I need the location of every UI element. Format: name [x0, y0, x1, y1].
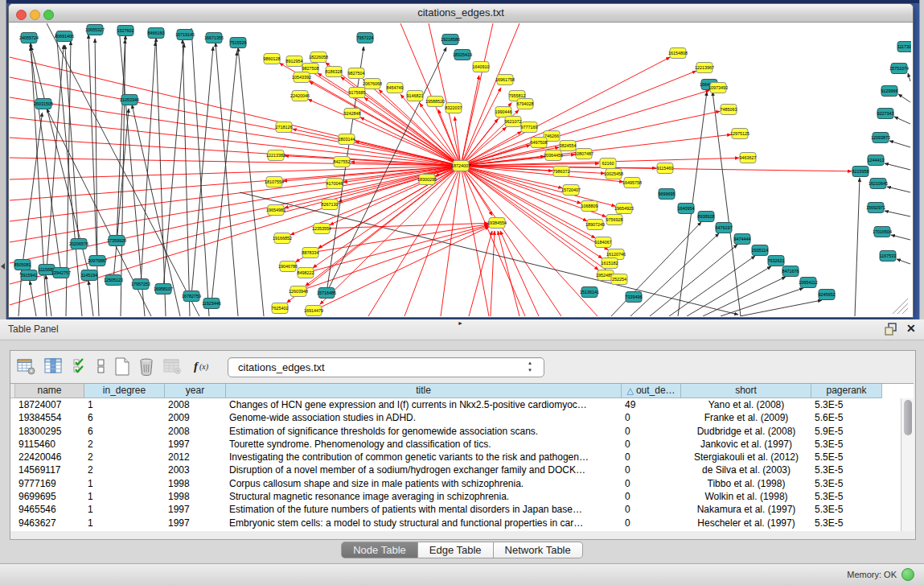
table-cell[interactable]: 0 — [622, 425, 681, 438]
show-columns-icon[interactable] — [44, 357, 64, 378]
tab-node-table[interactable]: Node Table — [341, 542, 418, 558]
network-canvas[interactable]: 2405572420691406106553271527602846616010… — [9, 23, 911, 316]
table-cell[interactable]: Tibbo et al. (1998) — [681, 477, 811, 490]
graph-edge[interactable] — [466, 167, 623, 182]
table-cell[interactable]: 1997 — [165, 503, 226, 516]
graph-edge[interactable] — [462, 76, 479, 161]
graph-edge[interactable] — [30, 47, 60, 268]
graph-edge[interactable] — [463, 88, 501, 162]
table-cell[interactable]: 2 — [84, 451, 165, 463]
graph-edge[interactable] — [491, 231, 495, 316]
table-cell[interactable]: 1 — [84, 517, 165, 529]
graph-edge[interactable] — [461, 166, 525, 316]
table-cell[interactable]: 1997 — [165, 517, 226, 529]
table-cell[interactable]: Yano et al. (2008) — [681, 398, 811, 411]
vertical-scrollbar[interactable] — [901, 398, 914, 531]
delete-table-icon[interactable] — [138, 357, 155, 380]
table-cell[interactable]: 5.3E-5 — [811, 438, 882, 451]
graph-edge[interactable] — [466, 111, 720, 165]
graph-edge[interactable] — [703, 277, 786, 316]
graph-edge[interactable] — [454, 117, 460, 161]
graph-edge[interactable] — [461, 23, 493, 166]
table-cell[interactable]: 0 — [622, 503, 681, 516]
row-height-icon[interactable] — [96, 357, 107, 378]
select-rows-icon[interactable] — [73, 357, 89, 378]
right-panel-edge[interactable] — [919, 0, 924, 319]
table-cell[interactable]: Disruption of a novel member of a sodium… — [226, 463, 622, 476]
column-header-out-de-[interactable]: △out_de… — [622, 384, 681, 398]
graph-edge[interactable] — [650, 245, 737, 316]
table-cell[interactable]: 5.3E-5 — [811, 477, 882, 490]
graph-edge[interactable] — [88, 281, 93, 316]
close-window-button[interactable] — [16, 10, 27, 20]
table-cell[interactable]: Corpus callosum shape and size in male p… — [226, 477, 622, 490]
table-cell[interactable]: 1998 — [165, 477, 226, 490]
table-cell[interactable]: 2009 — [165, 411, 226, 424]
table-row[interactable]: 946554611997Estimation of the future num… — [10, 503, 900, 516]
table-panel-header[interactable]: Table Panel ► ✕ — [0, 319, 924, 340]
table-cell[interactable]: Tourette syndrome. Phenomenology and cla… — [226, 438, 622, 451]
table-cell[interactable]: 2003 — [165, 463, 226, 476]
graph-edge[interactable] — [898, 94, 910, 102]
graph-edge[interactable] — [466, 134, 731, 165]
table-cell[interactable]: Changes of HCN gene expression and I(f) … — [226, 398, 622, 411]
table-cell[interactable]: 5.3E-5 — [811, 517, 882, 529]
graph-edge[interactable] — [630, 233, 719, 316]
table-cell[interactable]: 1 — [84, 503, 165, 516]
graph-edge[interactable] — [303, 226, 489, 290]
scrollbar-thumb[interactable] — [904, 400, 912, 435]
graph-edge[interactable] — [23, 113, 43, 260]
table-cell[interactable]: Estimation of significance thresholds fo… — [226, 425, 622, 438]
table-cell[interactable]: 1998 — [165, 490, 226, 503]
minimize-window-button[interactable] — [30, 10, 40, 20]
left-panel-edge[interactable] — [0, 0, 6, 319]
table-cell[interactable]: 0 — [622, 463, 681, 476]
table-cell[interactable]: Estimation of the future numbers of pati… — [226, 503, 622, 516]
table-cell[interactable]: 2012 — [165, 451, 226, 463]
float-window-icon[interactable] — [885, 323, 898, 339]
graph-edge[interactable] — [465, 169, 598, 270]
graph-edge[interactable] — [889, 141, 910, 147]
splitter-collapse-icon[interactable]: ► — [458, 320, 463, 326]
table-cell[interactable]: 0 — [622, 517, 681, 529]
table-cell[interactable]: Genome-wide association studies in ADHD. — [226, 411, 622, 424]
table-cell[interactable]: 0 — [622, 477, 681, 490]
column-header-year[interactable]: year — [165, 384, 226, 398]
table-cell[interactable]: 9465546 — [15, 503, 84, 516]
table-cell[interactable]: 0 — [622, 451, 681, 463]
table-cell[interactable]: 2008 — [165, 425, 226, 438]
table-cell[interactable]: 2 — [84, 438, 165, 451]
graph-edge[interactable] — [885, 211, 910, 216]
graph-edge[interactable] — [740, 300, 822, 316]
graph-edge[interactable] — [897, 259, 910, 264]
import-table-icon[interactable] — [163, 357, 183, 378]
table-cell[interactable]: 9463627 — [15, 517, 84, 529]
table-row[interactable]: 1872400712008Changes of HCN gene express… — [10, 398, 900, 411]
table-row[interactable]: 946362711997Embryonic stem cells: a mode… — [10, 517, 900, 529]
table-cell[interactable]: Hescheler et al. (1997) — [681, 517, 811, 529]
table-cell[interactable]: 1 — [84, 490, 165, 503]
graph-edge[interactable] — [164, 43, 185, 284]
graph-edge[interactable] — [339, 167, 457, 202]
function-builder-icon[interactable]: f(x) — [192, 357, 215, 378]
table-cell[interactable]: 2 — [84, 463, 165, 476]
table-cell[interactable]: 1 — [84, 398, 165, 411]
zoom-window-button[interactable] — [43, 10, 54, 20]
network-canvas-svg[interactable]: 2405572420691406106553271527602846616010… — [9, 23, 911, 316]
graph-edge[interactable] — [10, 166, 461, 200]
table-cell[interactable]: 5.3E-5 — [811, 490, 882, 503]
table-cell[interactable]: de Silva et al. (2003) — [681, 463, 811, 476]
table-cell[interactable]: 9777169 — [15, 477, 84, 490]
graph-edge[interactable] — [191, 28, 209, 316]
window-title-bar[interactable]: citations_edges.txt — [9, 4, 913, 23]
table-cell[interactable]: 9115460 — [15, 438, 84, 451]
table-cell[interactable]: Jankovic et al. (1997) — [681, 438, 811, 451]
table-row[interactable]: 2242004622012Investigating the contribut… — [10, 451, 900, 463]
table-select-dropdown[interactable]: citations_edges.txt ▲▼ — [228, 357, 544, 377]
graph-edge[interactable] — [887, 187, 910, 192]
table-cell[interactable]: 5.5E-5 — [811, 451, 882, 463]
table-cell[interactable]: Stergiakouli et al. (2012) — [681, 451, 811, 463]
column-header-pagerank[interactable]: pagerank — [811, 384, 882, 398]
graph-edge[interactable] — [320, 169, 458, 304]
table-cell[interactable]: 6 — [84, 411, 165, 424]
